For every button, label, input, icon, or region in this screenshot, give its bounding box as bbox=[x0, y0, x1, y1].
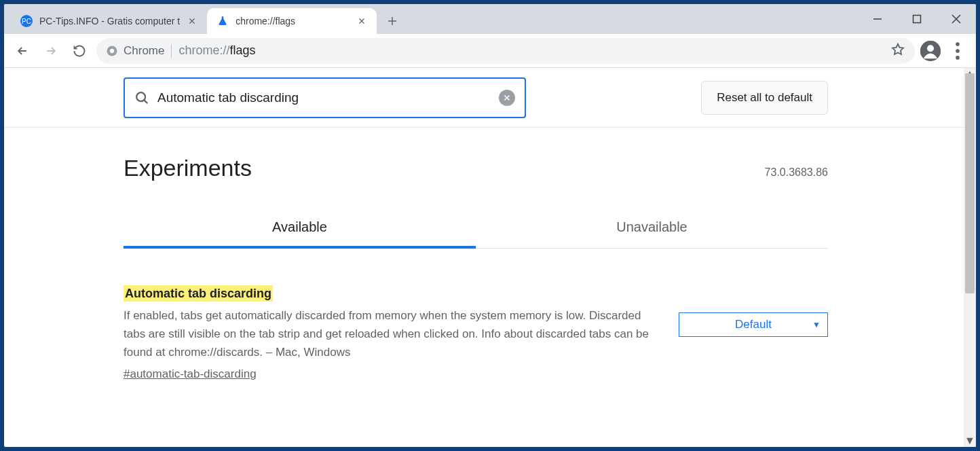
search-icon bbox=[134, 90, 149, 105]
svg-point-6 bbox=[956, 49, 960, 53]
maximize-button[interactable] bbox=[897, 4, 937, 34]
url-text: chrome://flags bbox=[178, 43, 255, 58]
reset-all-button[interactable]: Reset all to default bbox=[701, 81, 828, 115]
chrome-chip: Chrome bbox=[106, 44, 164, 58]
reload-button[interactable] bbox=[68, 39, 91, 62]
svg-point-7 bbox=[956, 56, 960, 60]
minimize-button[interactable] bbox=[858, 4, 897, 34]
divider bbox=[171, 44, 172, 58]
tab-active[interactable]: chrome://flags bbox=[207, 8, 377, 34]
titlebar: PC PC-Tips.INFO - Gratis computer t chro… bbox=[4, 4, 976, 34]
tab-title: chrome://flags bbox=[235, 16, 350, 26]
profile-avatar[interactable] bbox=[920, 41, 941, 61]
back-button[interactable] bbox=[11, 39, 34, 62]
kebab-menu-icon[interactable] bbox=[946, 39, 969, 62]
scrollbar-thumb[interactable] bbox=[965, 73, 975, 293]
flag-item: Automatic tab discarding If enabled, tab… bbox=[124, 287, 828, 381]
clear-search-icon[interactable] bbox=[499, 90, 515, 106]
flag-tabs: Available Unavailable bbox=[124, 219, 828, 249]
content-area: Reset all to default Experiments 73.0.36… bbox=[4, 68, 976, 447]
chevron-down-icon: ▼ bbox=[812, 320, 821, 329]
tab-title: PC-Tips.INFO - Gratis computer t bbox=[39, 16, 180, 26]
main-panel: Experiments 73.0.3683.86 Available Unava… bbox=[4, 128, 964, 381]
search-input[interactable] bbox=[157, 90, 491, 105]
close-icon[interactable] bbox=[356, 16, 367, 26]
chip-label: Chrome bbox=[124, 44, 164, 58]
browser-window: PC PC-Tips.INFO - Gratis computer t chro… bbox=[4, 4, 976, 447]
tab-unavailable[interactable]: Unavailable bbox=[476, 219, 828, 248]
bookmark-star-icon[interactable] bbox=[890, 42, 905, 60]
flag-select-value: Default bbox=[735, 318, 772, 331]
svg-point-8 bbox=[136, 92, 145, 101]
flag-anchor-link[interactable]: #automatic-tab-discarding bbox=[124, 367, 257, 381]
tab-available[interactable]: Available bbox=[124, 219, 476, 249]
svg-point-2 bbox=[110, 48, 114, 52]
tab-inactive[interactable]: PC PC-Tips.INFO - Gratis computer t bbox=[11, 8, 207, 34]
favicon-pctips: PC bbox=[20, 15, 33, 27]
search-row: Reset all to default bbox=[4, 68, 964, 128]
tab-strip: PC PC-Tips.INFO - Gratis computer t chro… bbox=[4, 4, 404, 34]
flag-description: If enabled, tabs get automatically disca… bbox=[124, 306, 652, 362]
version-label: 73.0.3683.86 bbox=[765, 166, 828, 179]
window-controls bbox=[858, 4, 976, 34]
forward-button[interactable] bbox=[39, 39, 62, 62]
flask-icon bbox=[216, 15, 229, 27]
search-box[interactable] bbox=[124, 77, 526, 118]
address-bar[interactable]: Chrome chrome://flags bbox=[96, 38, 915, 64]
page-title: Experiments bbox=[124, 155, 252, 181]
flag-select[interactable]: Default ▼ bbox=[679, 312, 828, 337]
scrollbar[interactable]: ▲ ▼ bbox=[964, 68, 976, 447]
svg-point-5 bbox=[956, 42, 960, 46]
flag-title: Automatic tab discarding bbox=[124, 285, 273, 302]
svg-rect-0 bbox=[913, 16, 921, 23]
close-icon[interactable] bbox=[187, 16, 197, 26]
toolbar: Chrome chrome://flags bbox=[4, 34, 976, 68]
scroll-down-icon[interactable]: ▼ bbox=[964, 435, 976, 447]
new-tab-button[interactable] bbox=[381, 10, 404, 33]
close-window-button[interactable] bbox=[937, 4, 976, 34]
svg-point-4 bbox=[927, 45, 934, 52]
